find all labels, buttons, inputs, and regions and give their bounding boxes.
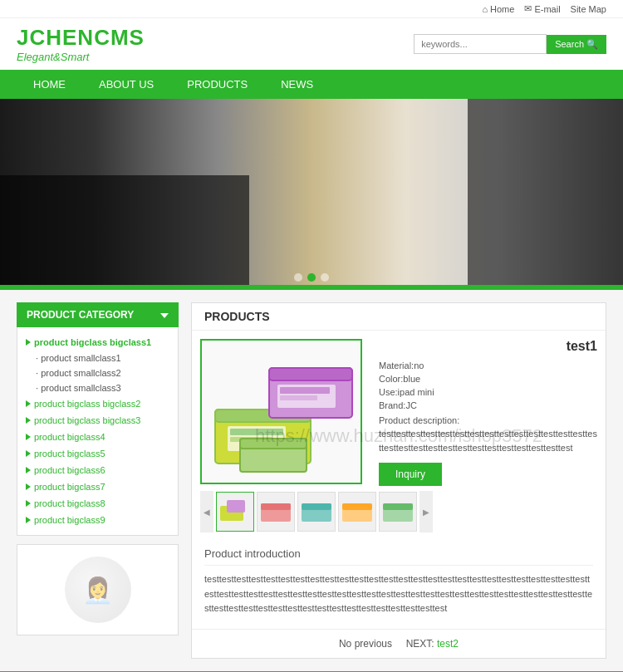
cat-bigclass2[interactable]: product bigclass bigclass2 xyxy=(17,395,178,412)
cat-bigclass6[interactable]: product bigclass6 xyxy=(17,462,178,478)
cat-bigclass1[interactable]: product bigclass bigclass1 xyxy=(17,334,178,351)
service-widget: 👩‍💼 xyxy=(17,544,179,635)
product-use: Use:ipad mini xyxy=(379,387,597,397)
product-color: Color:blue xyxy=(379,374,597,384)
logo-subtitle: Elegant&Smart xyxy=(17,51,145,63)
arrow-right-icon-8 xyxy=(26,498,31,508)
hero-green-bar xyxy=(0,285,623,290)
thumb-1[interactable] xyxy=(216,492,254,532)
hero-dots xyxy=(294,273,329,282)
sitemap-link[interactable]: Site Map xyxy=(571,4,606,14)
header: JCHENCMS Elegant&Smart Search 🔍 xyxy=(0,18,623,70)
email-link[interactable]: ✉ E-mail xyxy=(524,3,560,14)
product-main-image xyxy=(200,339,362,484)
product-intro-section: Product introduction testtesttesttesttes… xyxy=(192,541,606,629)
main-nav: HOME ABOUT US PRODUCTS NEWS xyxy=(0,70,623,99)
category-list: product bigclass bigclass1 product small… xyxy=(17,327,179,536)
arrow-right-icon-6 xyxy=(26,465,31,475)
cat-bigclass5[interactable]: product bigclass5 xyxy=(17,445,178,462)
svg-rect-19 xyxy=(342,503,372,510)
pagination: No previous NEXT: test2 xyxy=(192,629,606,658)
search-icon: 🔍 xyxy=(586,39,598,50)
hero-scene xyxy=(0,99,623,290)
next-link[interactable]: test2 xyxy=(437,638,459,650)
product-image-svg xyxy=(207,347,356,476)
products-section-title: PRODUCTS xyxy=(192,303,606,331)
nav-home[interactable]: HOME xyxy=(17,70,82,99)
thumb-4[interactable] xyxy=(338,492,376,532)
product-desc-label: Product description: xyxy=(379,415,597,425)
product-info: test1 Material:no Color:blue Use:ipad mi… xyxy=(379,339,597,532)
svg-rect-15 xyxy=(261,503,291,510)
svg-rect-11 xyxy=(240,439,307,449)
svg-rect-3 xyxy=(230,429,283,435)
product-name: test1 xyxy=(379,339,597,354)
home-link[interactable]: ⌂ Home xyxy=(482,4,514,14)
product-detail-panel: PRODUCTS https://www.huzhan.com/ishop357… xyxy=(191,302,606,659)
search-area: Search 🔍 xyxy=(414,34,606,54)
product-image-area: ◀ ▶ xyxy=(200,339,366,532)
cat-bigclass3[interactable]: product bigclass bigclass3 xyxy=(17,412,178,429)
nav-news[interactable]: NEWS xyxy=(264,70,330,99)
cat-bigclass4[interactable]: product bigclass4 xyxy=(17,429,178,445)
triangle-down-icon xyxy=(160,309,169,321)
main-content: PRODUCT CATEGORY product bigclass bigcla… xyxy=(0,290,623,671)
cat-bigclass8[interactable]: product bigclass8 xyxy=(17,495,178,512)
product-thumbnails: ◀ ▶ xyxy=(200,491,366,532)
arrow-right-icon-5 xyxy=(26,449,31,459)
thumb-2[interactable] xyxy=(257,492,295,532)
product-desc-text: testtesttesttesttesttesttesttesttesttest… xyxy=(379,427,597,454)
svg-rect-6 xyxy=(269,368,352,380)
product-material: Material:no xyxy=(379,361,597,370)
cat-bigclass7[interactable]: product bigclass7 xyxy=(17,478,178,495)
cat-smallclass1[interactable]: product smallclass1 xyxy=(17,351,178,365)
no-previous: No previous xyxy=(339,638,392,650)
product-brand: Brand:JC xyxy=(379,400,597,410)
category-header: PRODUCT CATEGORY xyxy=(17,302,179,327)
arrow-right-icon-9 xyxy=(26,515,31,525)
search-button[interactable]: Search 🔍 xyxy=(547,35,606,54)
svg-rect-8 xyxy=(280,387,330,394)
product-intro-text: testtesttesttesttesttesttesttesttesttest… xyxy=(204,572,593,616)
hero-dot-3[interactable] xyxy=(321,273,329,282)
next-label: NEXT: xyxy=(406,638,434,650)
top-bar: ⌂ Home ✉ E-mail Site Map xyxy=(0,0,623,18)
cat-bigclass9[interactable]: product bigclass9 xyxy=(17,512,178,528)
logo: JCHENCMS Elegant&Smart xyxy=(17,25,145,63)
search-input[interactable] xyxy=(414,34,547,54)
logo-title: JCHENCMS xyxy=(17,25,145,51)
arrow-right-icon-4 xyxy=(26,432,31,442)
hero-dot-2[interactable] xyxy=(307,273,316,282)
thumb-3[interactable] xyxy=(297,492,336,532)
cat-smallclass2[interactable]: product smallclass2 xyxy=(17,365,178,380)
hero-dot-1[interactable] xyxy=(294,273,302,282)
email-icon: ✉ xyxy=(524,3,532,14)
nav-products[interactable]: PRODUCTS xyxy=(170,70,264,99)
product-intro-title: Product introduction xyxy=(204,547,593,566)
cat-smallclass3[interactable]: product smallclass3 xyxy=(17,380,178,395)
arrow-right-icon-3 xyxy=(26,415,31,425)
home-icon: ⌂ xyxy=(482,4,488,14)
service-person-icon: 👩‍💼 xyxy=(65,557,131,623)
hero-banner xyxy=(0,99,623,290)
arrow-right-icon-2 xyxy=(26,399,31,409)
product-body: https://www.huzhan.com/ishop3572 xyxy=(192,331,606,541)
svg-rect-9 xyxy=(280,395,317,400)
inquiry-button[interactable]: Inquiry xyxy=(379,463,442,486)
arrow-right-icon xyxy=(26,337,31,347)
svg-rect-17 xyxy=(302,503,331,510)
sidebar: PRODUCT CATEGORY product bigclass bigcla… xyxy=(17,302,179,659)
thumb-prev[interactable]: ◀ xyxy=(200,491,213,532)
nav-about[interactable]: ABOUT US xyxy=(82,70,170,99)
svg-rect-13 xyxy=(227,500,245,513)
arrow-right-icon-7 xyxy=(26,482,31,492)
